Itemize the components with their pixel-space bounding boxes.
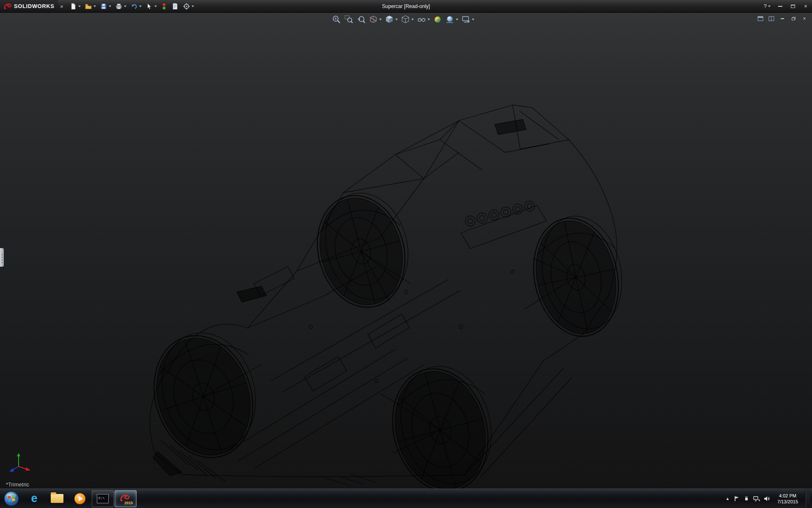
- graphics-viewport[interactable]: × *Trimetric: [0, 13, 812, 489]
- taskbar-command-prompt[interactable]: C:\: [92, 490, 114, 507]
- apply-scene-button[interactable]: [444, 14, 459, 25]
- minimize-button[interactable]: [774, 2, 787, 11]
- chevron-down-icon: [395, 19, 398, 20]
- chevron-down-icon: [139, 6, 142, 7]
- restore-icon: [792, 17, 796, 20]
- app-brand-name: SOLIDWORKS: [14, 3, 55, 9]
- close-icon: ×: [804, 3, 807, 9]
- maximize-icon: [791, 5, 795, 8]
- hide-show-items-icon: [417, 15, 426, 24]
- network-button[interactable]: [753, 496, 760, 502]
- chevron-down-icon: [192, 6, 194, 7]
- titlebar: SOLIDWORKS »: [0, 0, 812, 13]
- view-settings-button[interactable]: [461, 14, 475, 25]
- doc-close-button[interactable]: ×: [800, 15, 809, 22]
- system-tray: ▴: [725, 489, 812, 508]
- chevron-down-icon: [93, 6, 96, 7]
- solidworks-icon: 2015: [119, 493, 132, 505]
- chevron-down-icon: [411, 19, 414, 20]
- view-orientation-cube-icon: [385, 15, 394, 24]
- chevron-down-icon: [379, 19, 382, 20]
- file-properties-icon: [171, 3, 179, 10]
- action-center-flag-icon: [734, 496, 740, 502]
- menu-expand-arrow[interactable]: »: [58, 3, 66, 9]
- app-brand: SOLIDWORKS: [0, 0, 58, 12]
- close-button[interactable]: ×: [799, 2, 812, 11]
- new-document-icon: [69, 3, 77, 10]
- chevron-down-icon: [78, 6, 81, 7]
- wheel-rear-right: [523, 209, 633, 345]
- open-icon: [85, 3, 92, 10]
- save-button[interactable]: [99, 1, 112, 11]
- windows-taskbar: e C:\ 2015 ▴: [0, 489, 812, 508]
- view-orientation-button[interactable]: [384, 14, 399, 25]
- edit-appearance-button[interactable]: [432, 14, 443, 25]
- taskbar-media-player[interactable]: [69, 490, 91, 507]
- action-center-button[interactable]: [734, 496, 740, 502]
- clock-time: 4:02 PM: [777, 493, 798, 499]
- split-window-icon: [768, 16, 774, 21]
- window-title: Supercar [Read-only]: [382, 0, 430, 13]
- minimize-icon: [778, 6, 782, 7]
- wireframe-car-model: [0, 13, 812, 489]
- taskbar-internet-explorer[interactable]: e: [23, 490, 45, 507]
- chevron-down-icon: [154, 6, 157, 7]
- new-window-button[interactable]: [756, 15, 765, 22]
- start-orb-icon: [3, 490, 20, 507]
- undo-button[interactable]: [129, 1, 143, 11]
- taskbar-file-explorer[interactable]: [46, 490, 68, 507]
- power-options-button[interactable]: [743, 496, 749, 502]
- zoom-to-area-icon: [344, 15, 354, 24]
- options-gear-icon: [183, 3, 190, 10]
- edit-appearance-icon: [433, 15, 442, 24]
- solidworks-logo-icon: [3, 2, 12, 11]
- document-window-controls: ×: [756, 15, 809, 22]
- zoom-to-area-button[interactable]: [343, 14, 354, 25]
- show-hidden-icons-button[interactable]: ▴: [725, 496, 730, 501]
- print-button[interactable]: [114, 1, 128, 11]
- zoom-to-fit-button[interactable]: [331, 14, 342, 25]
- chevron-down-icon: [124, 6, 126, 7]
- split-window-button[interactable]: [767, 15, 776, 22]
- feature-manager-collapse-handle[interactable]: [0, 248, 4, 267]
- maximize-button[interactable]: [787, 2, 799, 11]
- clock-date: 7/13/2015: [777, 499, 798, 505]
- select-button[interactable]: [144, 1, 158, 11]
- headsup-view-toolbar: [331, 14, 475, 25]
- window-controls: ? ×: [760, 0, 812, 12]
- zoom-to-fit-icon: [332, 15, 341, 24]
- menubar-toolbar: [68, 1, 195, 11]
- chevron-down-icon: [456, 19, 458, 20]
- help-button[interactable]: ?: [760, 3, 774, 9]
- section-view-button[interactable]: [368, 14, 383, 25]
- previous-view-icon: [357, 15, 366, 24]
- new-document-button[interactable]: [68, 1, 82, 11]
- previous-view-button[interactable]: [356, 14, 367, 25]
- hide-show-items-button[interactable]: [416, 14, 431, 25]
- file-properties-button[interactable]: [170, 1, 180, 11]
- engine-intake-cluster: [461, 201, 546, 248]
- minimize-icon: [781, 18, 784, 19]
- help-icon: ?: [764, 3, 767, 9]
- wheel-front-right: [379, 356, 505, 489]
- display-style-button[interactable]: [400, 14, 415, 25]
- volume-button[interactable]: [764, 496, 770, 502]
- open-button[interactable]: [83, 1, 97, 11]
- taskbar-clock[interactable]: 4:02 PM 7/13/2015: [774, 493, 801, 505]
- section-view-icon: [369, 15, 378, 24]
- options-button[interactable]: [181, 1, 195, 11]
- show-desktop-button[interactable]: [805, 489, 810, 508]
- start-button[interactable]: [0, 489, 23, 508]
- rebuild-button[interactable]: [159, 1, 169, 11]
- taskbar-solidworks[interactable]: 2015: [115, 490, 137, 507]
- window-panel-icon: [757, 16, 763, 21]
- select-cursor-icon: [145, 3, 153, 10]
- solidworks-year-badge: 2015: [124, 501, 133, 505]
- undo-icon: [130, 3, 138, 10]
- save-icon: [100, 3, 107, 10]
- wheel-front-left: [138, 320, 272, 470]
- view-settings-icon: [461, 15, 471, 24]
- car-body-wireframe: [138, 105, 633, 489]
- doc-restore-button[interactable]: [789, 15, 798, 22]
- doc-minimize-button[interactable]: [778, 15, 787, 22]
